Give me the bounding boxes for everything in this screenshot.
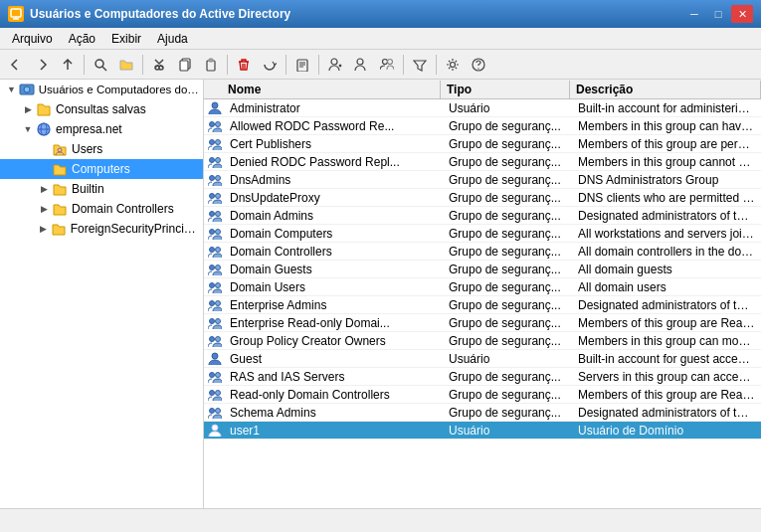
list-row[interactable]: DnsUpdateProxyGrupo de seguranç...DNS cl… [204, 189, 761, 207]
svg-point-40 [216, 211, 221, 216]
cell-type: Grupo de seguranç... [443, 190, 572, 206]
svg-point-52 [216, 318, 221, 323]
tree-item-users[interactable]: ▶ Users [0, 139, 203, 159]
list-row[interactable]: Domain ComputersGrupo de seguranç...All … [204, 225, 761, 243]
settings-button[interactable] [441, 53, 465, 77]
list-row[interactable]: AdministratorUsuárioBuilt-in account for… [204, 99, 761, 117]
list-row[interactable]: GuestUsuárioBuilt-in account for guest a… [204, 350, 761, 368]
list-row[interactable]: Cert PublishersGrupo de seguranç...Membe… [204, 135, 761, 153]
sep7 [436, 55, 437, 75]
toolbar [0, 50, 761, 80]
group-icon [206, 243, 224, 261]
cell-desc: Built-in account for administering the c… [572, 100, 761, 116]
tree-item-computers[interactable]: ▶ Computers [0, 159, 203, 179]
cell-type: Grupo de seguranç... [443, 226, 572, 242]
cell-desc: Designated administrators of the domain [572, 208, 761, 224]
minimize-button[interactable]: ─ [683, 5, 705, 23]
expand-consultas[interactable]: ▶ [20, 104, 36, 114]
folder-button[interactable] [114, 53, 138, 77]
cell-name: Schema Admins [224, 405, 443, 421]
col-header-desc[interactable]: Descrição [570, 81, 761, 98]
list-row[interactable]: Domain GuestsGrupo de seguranç...All dom… [204, 261, 761, 278]
menu-ajuda[interactable]: Ajuda [149, 30, 196, 48]
list-row[interactable]: Enterprise AdminsGrupo de seguranç...Des… [204, 296, 761, 314]
group-icon [206, 225, 224, 243]
up-button[interactable] [56, 53, 80, 77]
svg-point-39 [210, 211, 215, 216]
list-row[interactable]: Schema AdminsGrupo de seguranç...Designa… [204, 404, 761, 422]
cell-desc: Members in this group can have their p..… [572, 118, 761, 134]
delete-button[interactable] [232, 53, 256, 77]
menu-acao[interactable]: Ação [61, 30, 103, 48]
close-button[interactable]: ✕ [731, 5, 753, 23]
col-header-nome[interactable]: Nome [222, 81, 441, 98]
menu-exibir[interactable]: Exibir [103, 30, 149, 48]
list-row[interactable]: Read-only Domain ControllersGrupo de seg… [204, 386, 761, 404]
title-bar: Usuários e Computadores do Active Direct… [0, 0, 761, 28]
paste-button[interactable] [199, 53, 223, 77]
svg-point-42 [216, 229, 221, 234]
svg-point-19 [451, 62, 456, 67]
list-row[interactable]: RAS and IAS ServersGrupo de seguranç...S… [204, 368, 761, 386]
refresh-button[interactable] [258, 53, 282, 77]
svg-point-41 [210, 229, 215, 234]
search-button[interactable] [89, 53, 112, 77]
cut-button[interactable] [147, 53, 171, 77]
svg-point-35 [210, 175, 215, 180]
list-row[interactable]: user1UsuárioUsuário de Domínio [204, 422, 761, 440]
expand-root[interactable]: ▼ [4, 85, 19, 94]
cell-name: DnsAdmins [224, 172, 443, 188]
svg-point-49 [210, 300, 215, 305]
tree-item-consultas-label: Consultas salvas [56, 102, 146, 116]
sep3 [227, 55, 228, 75]
cell-name: Enterprise Admins [224, 297, 443, 313]
back-button[interactable] [4, 53, 28, 77]
svg-point-53 [210, 336, 215, 341]
cell-desc: Members of this group are permitted to..… [572, 136, 761, 152]
cell-name: Group Policy Creator Owners [224, 333, 443, 349]
cell-name: Domain Users [224, 279, 443, 295]
menu-arquivo[interactable]: Arquivo [4, 30, 61, 48]
tree-item-dc[interactable]: ▶ Domain Controllers [0, 199, 203, 219]
filter-button[interactable] [408, 53, 432, 77]
svg-point-55 [212, 353, 218, 359]
svg-point-45 [210, 265, 215, 269]
copy-button[interactable] [173, 53, 197, 77]
tree-item-dc-label: Domain Controllers [72, 202, 174, 216]
expand-builtin[interactable]: ▶ [36, 184, 52, 194]
list-row[interactable]: Group Policy Creator OwnersGrupo de segu… [204, 332, 761, 350]
add-user-button[interactable] [323, 53, 347, 77]
expand-domain[interactable]: ▼ [20, 124, 36, 134]
list-row[interactable]: Domain AdminsGrupo de seguranç...Designa… [204, 207, 761, 225]
expand-fsp[interactable]: ▶ [36, 224, 51, 234]
col-header-tipo[interactable]: Tipo [441, 81, 570, 98]
svg-point-43 [210, 247, 215, 252]
tree-item-builtin[interactable]: ▶ Builtin [0, 179, 203, 199]
help-button[interactable] [467, 53, 490, 77]
list-row[interactable]: Allowed RODC Password Re...Grupo de segu… [204, 117, 761, 135]
cell-name: Allowed RODC Password Re... [224, 118, 443, 134]
svg-point-47 [210, 282, 215, 287]
list-row[interactable]: Domain ControllersGrupo de seguranç...Al… [204, 243, 761, 261]
list-row[interactable]: DnsAdminsGrupo de seguranç...DNS Adminis… [204, 171, 761, 189]
svg-point-28 [212, 102, 218, 108]
tree-item-consultas[interactable]: ▶ Consultas salvas [0, 99, 203, 119]
tree-item-fsp[interactable]: ▶ ForeignSecurityPrincipal... [0, 219, 203, 239]
cell-desc: Built-in account for guest access to the… [572, 351, 761, 367]
maximize-button[interactable]: □ [707, 5, 729, 23]
group-button[interactable] [375, 53, 399, 77]
expand-dc[interactable]: ▶ [36, 204, 52, 214]
list-row[interactable]: Domain UsersGrupo de seguranç...All doma… [204, 278, 761, 296]
tree-item-domain[interactable]: ▼ empresa.net [0, 119, 203, 139]
policy-button[interactable] [290, 53, 314, 77]
svg-point-33 [210, 157, 215, 162]
consultas-icon [36, 101, 52, 117]
cell-type: Grupo de seguranç... [443, 297, 572, 313]
tree-item-root[interactable]: ▼ Usuários e Computadores do Ac... [0, 80, 203, 99]
forward-button[interactable] [30, 53, 54, 77]
list-row[interactable]: Denied RODC Password Repl...Grupo de seg… [204, 153, 761, 171]
user-props-button[interactable] [349, 53, 373, 77]
fsp-icon [51, 221, 67, 237]
cell-type: Grupo de seguranç... [443, 262, 572, 277]
list-row[interactable]: Enterprise Read-only Domai...Grupo de se… [204, 314, 761, 332]
